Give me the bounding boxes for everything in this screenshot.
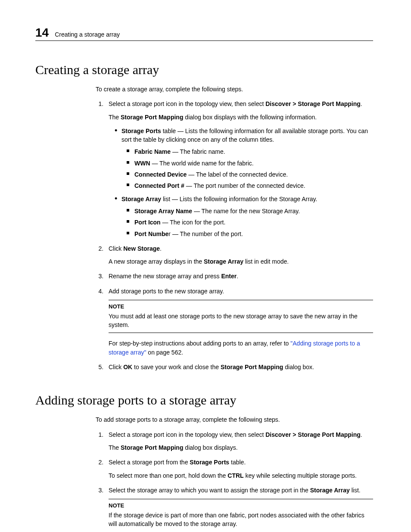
steps-list-2: Select a storage port icon in the topolo…: [96, 430, 373, 532]
step-2-sub: To select more than one port, hold down …: [109, 471, 373, 480]
list-item: Connected Port # — The port number of th…: [134, 181, 373, 190]
chapter-number: 14: [35, 26, 49, 40]
step-2: Select a storage port from the Storage P…: [105, 458, 373, 480]
note-label: NOTE: [109, 303, 373, 311]
list-item: Port Number — The number of the port.: [134, 230, 373, 238]
page-header: 14 Creating a storage array: [35, 26, 373, 41]
step-1: Select a storage port icon in the topolo…: [105, 430, 373, 452]
list-item: WWN — The world wide name for the fabric…: [134, 159, 373, 168]
step-1-sub: The Storage Port Mapping dialog box disp…: [109, 113, 373, 121]
note-text: If the storage device is part of more th…: [109, 512, 364, 527]
step-1: Select a storage port icon in the topolo…: [105, 100, 373, 238]
note-label: NOTE: [109, 502, 373, 510]
note-box: NOTE You must add at least one storage p…: [109, 300, 373, 333]
steps-list: Select a storage port icon in the topolo…: [96, 100, 373, 371]
step-3: Rename the new storage array and press E…: [105, 272, 373, 280]
list-item: Port Icon — The icon for the port.: [134, 218, 373, 227]
intro-text-2: To add storage ports to a storage array,…: [96, 415, 373, 424]
step-2: Click New Storage. A new storage array d…: [105, 244, 373, 266]
step-5: Click OK to save your work and close the…: [105, 363, 373, 371]
note-box-2: NOTE If the storage device is part of mo…: [109, 499, 373, 532]
reference-text: For step-by-step instructions about addi…: [109, 339, 373, 357]
heading-adding-storage-ports: Adding storage ports to a storage array: [35, 393, 373, 408]
bullet-storage-array: Storage Array list — Lists the following…: [121, 195, 373, 238]
step-1-sub: The Storage Port Mapping dialog box disp…: [109, 443, 373, 452]
list-item: Fabric Name — The fabric name.: [134, 147, 373, 156]
step-3: Select the storage array to which you wa…: [105, 486, 373, 532]
note-text: You must add at least one storage ports …: [109, 313, 358, 328]
heading-creating-storage-array: Creating a storage array: [35, 62, 373, 77]
header-section-title: Creating a storage array: [55, 31, 120, 38]
list-item: Storage Array Name — The name for the ne…: [134, 207, 373, 215]
bullet-storage-ports: Storage Ports table — Lists the followin…: [121, 127, 373, 190]
intro-text: To create a storage array, complete the …: [96, 85, 373, 93]
list-item: Connected Device — The label of the conn…: [134, 170, 373, 179]
step-2-sub: A new storage array displays in the Stor…: [109, 257, 373, 266]
step-4: Add storage ports to the new storage arr…: [105, 287, 373, 357]
